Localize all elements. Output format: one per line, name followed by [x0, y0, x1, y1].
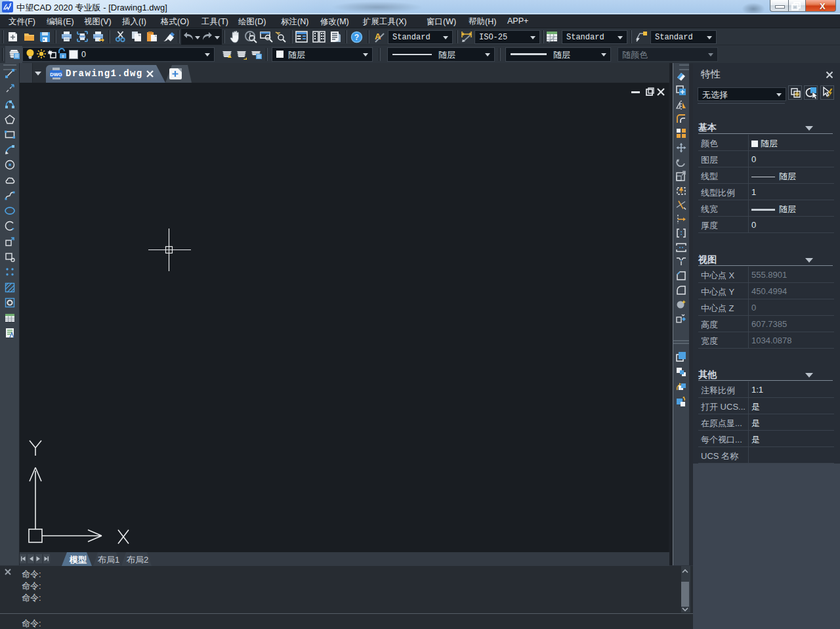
svg-text:DWG: DWG	[50, 72, 62, 77]
svg-text:A: A	[375, 32, 381, 41]
svg-text:?: ?	[354, 33, 359, 42]
